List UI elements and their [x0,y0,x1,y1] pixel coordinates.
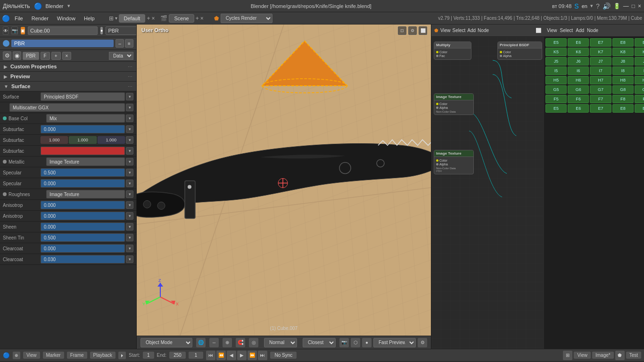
material-name-input[interactable] [11,40,114,47]
key-g7[interactable]: G7 [590,85,611,94]
clearcoat2-menu[interactable]: ▾ [126,255,133,263]
tab-scene[interactable]: Scene [169,14,194,23]
anisotropy-rot-field[interactable]: 0.000 [41,212,125,220]
window-close[interactable]: × [638,3,641,9]
base-col-menu[interactable]: ▾ [126,115,133,122]
pivot-icon[interactable]: ⊕ [223,338,232,347]
key-j5[interactable]: J5 [545,57,567,66]
menu-render[interactable]: Render [28,15,52,22]
key-i7[interactable]: I7 [590,66,611,75]
camera-icon[interactable]: 📷 [339,338,349,347]
specular-tint-field[interactable]: 0.000 [41,179,125,188]
key-f8[interactable]: F8 [612,95,634,103]
scene-tab-close[interactable]: × [200,15,204,22]
end-frame-input[interactable]: 250 [169,352,186,359]
view-maximize-icon[interactable]: ⬜ [419,26,427,35]
shortcuts-add-btn[interactable]: Add [576,28,584,33]
tab-f[interactable]: F [41,52,50,60]
view-btn[interactable]: View [440,28,451,33]
section-preview[interactable]: ▶ Preview ⋯ [0,72,136,82]
speaker-icon[interactable]: 🔊 [603,2,611,10]
no-sync-btn[interactable]: No Sync [270,352,297,359]
roughness-menu[interactable]: ▾ [126,190,133,198]
scene-icon-bottom[interactable]: ⊞ [563,351,572,360]
key-j9[interactable]: J9 [635,57,644,66]
data-dropdown[interactable]: Data [109,52,133,60]
props-icon-btn[interactable]: ⚙ [3,51,11,60]
play-fwd-btn[interactable]: ▶ [237,351,247,360]
node-btn[interactable]: Node [478,28,489,33]
shortcuts-view-btn[interactable]: View [547,28,557,33]
specular-tint-menu[interactable]: ▾ [126,180,133,187]
marker-btn[interactable]: Marker [43,352,64,359]
tab-add[interactable]: + [147,15,150,22]
shortcuts-select-btn[interactable]: Select [560,28,573,33]
view-right-btn[interactable]: View [574,352,591,359]
base-col-field[interactable]: Mix [46,114,125,123]
key-g5[interactable]: G5 [545,85,567,94]
subsurface-menu[interactable]: ▾ [126,125,133,133]
anisotropy-rot-menu[interactable]: ▾ [126,212,133,220]
node-editor-expand[interactable]: ⬜ [536,28,541,33]
preview-settings-icon[interactable]: ⚙ [418,338,427,347]
clearcoat-field[interactable]: 0.000 [41,244,125,253]
viewport[interactable]: User Ortho [137,25,431,336]
sheen-tint-field[interactable]: 0.500 [41,233,125,242]
vec-y-field[interactable]: 1.000 [69,136,96,144]
key-k9[interactable]: K9 [635,48,644,56]
clearcoat2-field[interactable]: 0.030 [41,255,125,263]
key-h5[interactable]: H5 [545,76,567,84]
specular-menu[interactable]: ▾ [126,169,133,176]
key-j6[interactable]: J6 [568,57,589,66]
select-btn[interactable]: Select [453,28,466,33]
play-back-btn[interactable]: ◀ [227,351,236,360]
key-e8b[interactable]: E8 [612,104,634,113]
mat-lines-btn[interactable]: ≡ [125,39,133,48]
key-f7[interactable]: F7 [590,95,611,103]
key-j7[interactable]: J7 [590,57,611,66]
preview-mode-select[interactable]: Fast Preview [373,338,416,347]
key-e5b[interactable]: E5 [545,104,567,113]
key-j8[interactable]: J8 [612,57,634,66]
anisotropy-field[interactable]: 0.000 [41,201,125,209]
test-btn[interactable]: Test [626,352,641,359]
key-f9[interactable]: F9 [635,95,644,103]
distribution-field[interactable]: Multiscatter GGX [9,103,125,112]
tab-pbr[interactable]: PBR [23,52,39,60]
metallic-field[interactable]: Image Texture [46,157,125,166]
render-engine-select[interactable]: Cycles Render [221,14,272,23]
distribution-menu[interactable]: ▾ [126,104,133,111]
node-multiply[interactable]: Multiply Color Fac [434,41,471,60]
play-next-btn[interactable]: ⏩ [248,351,257,360]
activity-label[interactable]: Діяльність [3,3,30,9]
section-surface[interactable]: ▼ Surface ⋯ [0,82,136,91]
key-g8[interactable]: G8 [612,85,634,94]
tab-default[interactable]: Default [119,14,146,23]
vec-z-field[interactable]: 1.000 [98,136,125,144]
key-e6[interactable]: E6 [568,38,589,47]
specular-field[interactable]: 0.500 [41,168,125,177]
node-area[interactable]: Principled BSDF Color Alpha Multiply [431,37,544,349]
help-icon[interactable]: ? [596,2,600,10]
material-preview-icon[interactable]: ● [362,338,372,347]
sheen-field[interactable]: 0.000 [41,222,125,231]
view-bottom-btn[interactable]: View [23,352,40,359]
subsurface-radius-menu[interactable]: ▾ [126,136,133,144]
transform-select[interactable]: Normal [264,338,297,347]
subsurface-color-field[interactable] [41,147,125,155]
sheen-menu[interactable]: ▾ [126,223,133,230]
node-principled-bsdf[interactable]: Principled BSDF Color Alpha [497,41,542,60]
key-e5[interactable]: E5 [545,38,567,47]
key-k7[interactable]: K7 [590,48,611,56]
key-k8[interactable]: K8 [612,48,634,56]
key-e7[interactable]: E7 [590,38,611,47]
image-btn[interactable]: Image* [592,352,614,359]
play-start-btn[interactable]: ⏮ [206,351,215,360]
global-icon[interactable]: 🌐 [196,338,206,347]
battery-icon[interactable]: 🔋 [613,3,620,9]
tab-remove[interactable]: × [62,52,72,60]
surface-shader-field[interactable]: Principled BSDF [41,92,125,101]
key-f6[interactable]: F6 [568,95,589,103]
node-image-tex-2[interactable]: Image Texture Color Alpha Non-Color Data… [434,150,474,174]
subsurface-field[interactable]: 0.000 [41,125,125,133]
